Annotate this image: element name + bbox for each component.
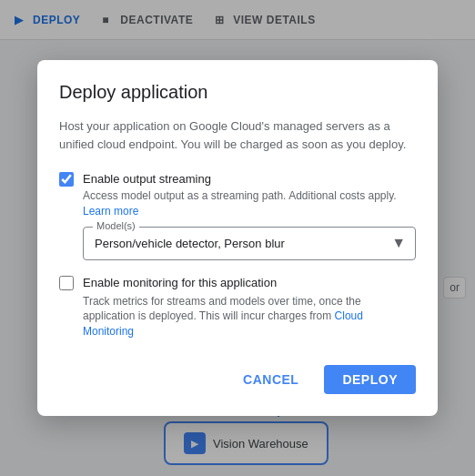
output-streaming-text: Enable output streaming Access model out…: [83, 171, 416, 219]
output-streaming-row: Enable output streaming Access model out…: [59, 171, 416, 219]
model-select-label: Model(s): [93, 220, 139, 231]
monitoring-checkbox[interactable]: [59, 276, 74, 290]
output-streaming-label[interactable]: Enable output streaming: [83, 172, 211, 186]
monitoring-label[interactable]: Enable monitoring for this application: [83, 276, 277, 289]
modal-overlay: Deploy application Host your application…: [0, 0, 475, 476]
monitoring-description: Track metrics for streams and models ove…: [83, 294, 416, 339]
cancel-button[interactable]: CANCEL: [228, 365, 313, 394]
output-streaming-checkbox[interactable]: [59, 172, 74, 187]
learn-more-link[interactable]: Learn more: [83, 205, 138, 218]
output-streaming-sublabel: Access model output as a streaming path.…: [83, 188, 416, 219]
deploy-dialog: Deploy application Host your application…: [37, 60, 438, 416]
deploy-button[interactable]: DEPLOY: [324, 365, 416, 394]
dialog-title: Deploy application: [59, 82, 416, 103]
monitoring-text: Enable monitoring for this application: [83, 275, 277, 289]
model-select-wrapper: Model(s) Person/vehicle detector, Person…: [83, 227, 416, 260]
dialog-footer: CANCEL DEPLOY: [59, 365, 416, 394]
model-select[interactable]: Person/vehicle detector, Person blur: [84, 228, 415, 259]
dialog-description: Host your application on Google Cloud's …: [59, 117, 416, 153]
monitoring-row: Enable monitoring for this application: [59, 275, 416, 290]
